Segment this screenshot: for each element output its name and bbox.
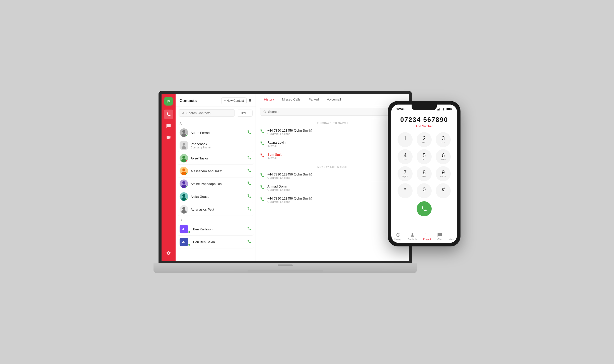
dial-key-3[interactable]: 3 DEF — [436, 132, 451, 147]
phone-nav-label-history: History — [395, 238, 402, 240]
svg-point-5 — [182, 146, 186, 149]
call-button[interactable] — [247, 226, 252, 232]
contact-item[interactable]: Amine Papadopoulos — [178, 177, 254, 190]
dial-key-4[interactable]: 4 GHI — [398, 149, 413, 164]
dial-key-5[interactable]: 5 JKL — [417, 149, 432, 164]
call-button[interactable] — [247, 194, 252, 199]
contact-item[interactable]: JJ Ben Karlsson — [178, 223, 254, 236]
contact-name: Athanasios Petit — [191, 208, 247, 211]
tab-history[interactable]: History — [260, 94, 278, 105]
phone-status-icons — [437, 108, 452, 111]
history-sub: Guildford, England — [267, 200, 405, 203]
history-item[interactable]: +44 7890 123456 (John Smith) Guildford, … — [259, 126, 406, 138]
history-name: Ahmad Donin — [267, 185, 405, 188]
history-item[interactable]: Sam Smith Internal — [259, 150, 406, 162]
filter-label: Filter — [240, 111, 246, 115]
phone-nav-contacts[interactable]: Contacts — [408, 232, 417, 240]
chevron-down-icon — [247, 112, 250, 114]
dial-key-num: 8 — [423, 170, 426, 175]
call-button[interactable] — [247, 239, 252, 245]
phone-nav-label-more: More — [449, 238, 454, 240]
dial-key-9[interactable]: 9 WXYZ — [436, 166, 451, 181]
sidebar-icon-chat[interactable] — [164, 121, 173, 131]
contact-sub: Company Name — [191, 146, 252, 149]
contact-info: Phonebook Company Name — [191, 142, 252, 149]
signal-icon — [437, 108, 441, 111]
section-label-a: A — [178, 119, 254, 126]
contacts-search-bar: Filter — [176, 107, 256, 119]
dial-key-hash[interactable]: # — [436, 183, 451, 198]
history-sub: Internal — [267, 156, 405, 159]
call-button[interactable] — [247, 130, 252, 135]
contact-item[interactable]: Adam Ferrari — [178, 126, 254, 139]
tab-voicemail[interactable]: Voicemail — [323, 94, 345, 105]
contact-item[interactable]: JJ Ben Ben Salah — [178, 236, 254, 248]
history-item[interactable]: Ahmad Donin Guildford, England — [259, 182, 406, 194]
sidebar-icon-phone[interactable] — [164, 110, 173, 119]
sidebar: IM — [162, 94, 176, 261]
contact-item[interactable]: Phonebook Company Name — [178, 139, 254, 152]
svg-point-7 — [182, 156, 185, 159]
sidebar-icon-video[interactable] — [164, 133, 173, 142]
contact-item[interactable]: Alessandro Abdulaziz — [178, 165, 254, 177]
laptop-screen: IM — [162, 94, 409, 261]
history-name: Rayna Levin — [267, 141, 405, 144]
phone-nav-more[interactable]: More — [449, 232, 454, 240]
search-icon — [263, 110, 267, 114]
contacts-search-wrapper — [179, 109, 235, 117]
search-icon — [181, 111, 185, 115]
call-button[interactable] — [247, 155, 252, 161]
dial-key-letters: PQRS — [402, 175, 409, 178]
dial-key-star[interactable]: * — [398, 183, 413, 198]
history-panel: History Missed Calls Parked Voicemail — [256, 94, 409, 261]
add-number-link[interactable]: Add Number — [416, 125, 432, 128]
history-search-input[interactable] — [268, 110, 310, 114]
svg-point-16 — [182, 194, 185, 197]
contact-item[interactable]: Aksel Taylor — [178, 152, 254, 165]
contact-info: Anika Gouse — [191, 195, 247, 199]
date-separator-tuesday: TUESDAY 15TH MARCH — [259, 118, 406, 126]
phone-nav-history[interactable]: History — [395, 232, 402, 240]
new-contact-button[interactable]: + New Contact — [221, 98, 247, 104]
dial-call-button[interactable] — [417, 201, 432, 216]
svg-point-1 — [182, 130, 185, 133]
sidebar-avatar[interactable]: IM — [164, 97, 173, 106]
avatar — [180, 141, 188, 150]
contacts-search-input[interactable] — [186, 111, 232, 115]
svg-rect-24 — [439, 108, 440, 111]
dial-key-num: 3 — [442, 136, 445, 141]
incoming-call-icon — [260, 197, 265, 203]
tab-missed-calls[interactable]: Missed Calls — [278, 94, 304, 105]
history-item[interactable]: +44 7890 123456 (John Smith) Guildford, … — [259, 194, 406, 206]
phone-nav-keypad[interactable]: Keypad — [423, 232, 431, 240]
grid-icon[interactable]: ⠿ — [249, 99, 252, 103]
contacts-header-actions: + New Contact ⠿ — [221, 98, 252, 104]
call-button[interactable] — [247, 207, 252, 212]
history-item[interactable]: Rayna Levin Internal — [259, 138, 406, 150]
call-button[interactable] — [247, 168, 252, 174]
dial-key-8[interactable]: 8 TUV — [417, 166, 432, 181]
history-name: +44 7890 123456 (John Smith) — [267, 197, 405, 200]
dial-key-letters: MNO — [440, 158, 446, 161]
date-separator-monday: MONDAY 14TH MARCH — [259, 162, 406, 170]
contact-info: Amine Papadopoulos — [191, 182, 247, 186]
phone-time: 12:41 — [396, 107, 405, 111]
filter-button[interactable]: Filter — [237, 110, 253, 117]
contact-item[interactable]: Anika Gouse — [178, 190, 254, 203]
dial-key-1[interactable]: 1 — [398, 132, 413, 147]
dial-key-7[interactable]: 7 PQRS — [398, 166, 413, 181]
history-tabs: History Missed Calls Parked Voicemail — [256, 94, 409, 105]
sidebar-icon-settings[interactable] — [164, 248, 173, 258]
dial-key-0[interactable]: 0 — [417, 183, 432, 198]
contact-info: Aksel Taylor — [191, 156, 247, 160]
dial-key-num: 1 — [404, 136, 407, 141]
call-button[interactable] — [247, 181, 252, 187]
tab-parked[interactable]: Parked — [304, 94, 323, 105]
contact-item[interactable]: Athanasios Petit — [178, 203, 254, 216]
dial-key-6[interactable]: 6 MNO — [436, 149, 451, 164]
history-item[interactable]: +44 7890 123456 (John Smith) Guildford, … — [259, 170, 406, 182]
avatar: JJ — [180, 238, 188, 246]
phone-nav-chat[interactable]: Chat — [437, 232, 442, 240]
laptop-screen-outer: IM — [159, 91, 412, 263]
dial-key-2[interactable]: 2 ABC — [417, 132, 432, 147]
